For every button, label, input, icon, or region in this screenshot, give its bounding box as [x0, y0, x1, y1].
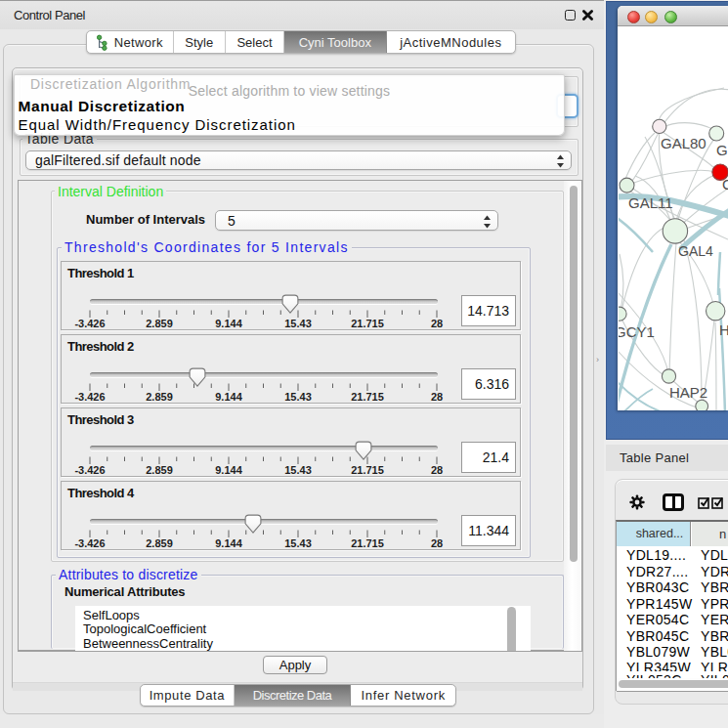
svg-text:C: C — [722, 176, 728, 193]
svg-text:H: H — [719, 321, 728, 338]
svg-text:GAL80: GAL80 — [661, 135, 707, 151]
svg-text:G: G — [716, 142, 728, 158]
svg-text:GAL4: GAL4 — [678, 243, 713, 259]
svg-text:GAL11: GAL11 — [628, 194, 673, 211]
svg-text:HAP2: HAP2 — [669, 384, 707, 401]
svg-text:GCY1: GCY1 — [619, 323, 655, 340]
